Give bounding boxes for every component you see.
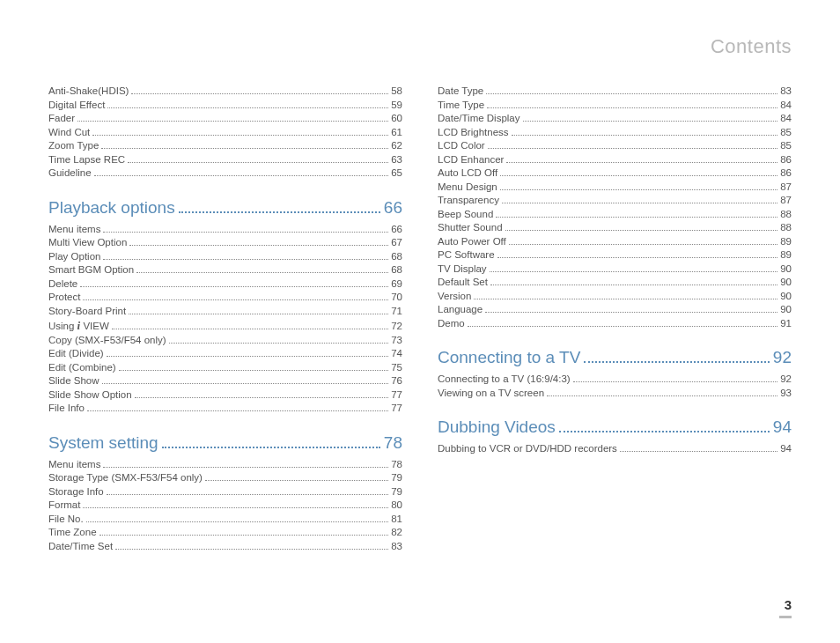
toc-entry[interactable]: Multi View Option67 xyxy=(48,236,402,250)
toc-section-page: 78 xyxy=(384,433,402,453)
toc-entry-page: 94 xyxy=(780,442,792,456)
toc-entry[interactable]: Edit (Combine)75 xyxy=(48,361,402,375)
toc-entry-page: 59 xyxy=(391,99,402,113)
toc-leader-dots xyxy=(129,245,388,246)
toc-entry[interactable]: File Info77 xyxy=(48,402,402,416)
toc-entry[interactable]: Slide Show76 xyxy=(48,374,402,388)
toc-entry-label: TV Display xyxy=(438,262,487,277)
toc-entry-page: 89 xyxy=(780,235,792,249)
toc-leader-dots xyxy=(83,299,388,300)
toc-entry[interactable]: Shutter Sound88 xyxy=(438,221,792,235)
toc-entry[interactable]: Auto LCD Off86 xyxy=(438,166,792,181)
toc-section-heading[interactable]: Dubbing Videos 94 xyxy=(438,418,792,437)
toc-section-label: System setting xyxy=(48,433,158,453)
toc-entry-label: Using i VIEW xyxy=(48,318,109,334)
toc-entry[interactable]: Transparency87 xyxy=(438,194,792,208)
toc-section-heading[interactable]: Playback options 66 xyxy=(48,198,402,218)
toc-entry[interactable]: Protect70 xyxy=(48,291,402,305)
toc-leader-dots xyxy=(547,395,777,396)
toc-leader-dots xyxy=(87,410,388,411)
toc-entry-page: 74 xyxy=(391,347,402,361)
toc-entry-page: 87 xyxy=(780,181,792,195)
toc-entry[interactable]: Storage Type (SMX-F53/F54 only)79 xyxy=(48,471,402,485)
toc-entry[interactable]: File No.81 xyxy=(48,513,402,527)
toc-entry[interactable]: Fader60 xyxy=(48,112,402,126)
toc-entry-page: 58 xyxy=(391,85,402,99)
toc-leader-dots xyxy=(468,326,778,327)
toc-entry[interactable]: Slide Show Option77 xyxy=(48,388,402,403)
toc-entry-page: 90 xyxy=(780,290,792,304)
toc-entry[interactable]: Menu Design87 xyxy=(438,181,792,195)
toc-entry[interactable]: LCD Brightness85 xyxy=(438,126,792,140)
toc-entry[interactable]: Format80 xyxy=(48,499,402,513)
toc-leader-dots xyxy=(103,232,388,233)
toc-entry[interactable]: Version90 xyxy=(438,290,792,304)
toc-entry[interactable]: Storage Info79 xyxy=(48,485,402,499)
toc-entry-page: 62 xyxy=(391,139,402,153)
toc-entry[interactable]: Delete69 xyxy=(48,277,402,292)
toc-entry[interactable]: Copy (SMX-F53/F54 only)73 xyxy=(48,334,402,348)
toc-entry[interactable]: Wind Cut61 xyxy=(48,126,402,140)
toc-leader-dots xyxy=(474,299,777,299)
toc-leader-dots xyxy=(80,286,388,287)
toc-leader-dots xyxy=(502,203,777,203)
toc-leader-dots xyxy=(205,480,388,481)
toc-leader-dots xyxy=(128,162,388,163)
toc-entry[interactable]: Date/Time Set83 xyxy=(48,540,402,554)
toc-entry[interactable]: Using i VIEW72 xyxy=(48,318,402,334)
toc-entry-page: 69 xyxy=(391,277,402,292)
toc-entry[interactable]: Time Type84 xyxy=(438,99,792,113)
page-number: 3 xyxy=(785,597,792,612)
toc-section-label: Playback options xyxy=(48,198,175,218)
toc-leader-dots xyxy=(486,93,777,94)
toc-entry[interactable]: Connecting to a TV (16:9/4:3)92 xyxy=(438,373,792,387)
toc-entry[interactable]: Menu items66 xyxy=(48,223,402,237)
toc-entry-page: 82 xyxy=(391,526,402,540)
toc-entry-label: Multi View Option xyxy=(48,236,127,250)
toc-entry-label: Edit (Divide) xyxy=(48,347,104,361)
toc-entry[interactable]: Anti-Shake(HDIS)58 xyxy=(48,85,402,99)
toc-entry[interactable]: Dubbing to VCR or DVD/HDD recorders94 xyxy=(438,442,792,456)
toc-entry[interactable]: Demo91 xyxy=(438,317,792,331)
toc-entry-page: 83 xyxy=(391,540,402,554)
toc-entry[interactable]: Story-Board Print71 xyxy=(48,305,402,319)
toc-entry[interactable]: Language90 xyxy=(438,303,792,317)
toc-entry-page: 79 xyxy=(391,485,402,499)
toc-leader-dots xyxy=(496,217,777,218)
toc-leader-dots xyxy=(92,135,388,136)
toc-entry[interactable]: Date/Time Display84 xyxy=(438,112,792,126)
left-column: Anti-Shake(HDIS)58Digital Effect59Fader6… xyxy=(48,85,402,553)
toc-entry-label: Time Type xyxy=(438,99,484,113)
toc-entry[interactable]: Time Zone82 xyxy=(48,526,402,540)
toc-section-heading[interactable]: Connecting to a TV 92 xyxy=(438,348,792,367)
toc-entry[interactable]: Beep Sound88 xyxy=(438,208,792,222)
toc-entry[interactable]: TV Display90 xyxy=(438,262,792,277)
toc-leader-dots xyxy=(86,521,389,522)
toc-entry[interactable]: Digital Effect59 xyxy=(48,99,402,113)
toc-entry[interactable]: Play Option68 xyxy=(48,250,402,264)
toc-entry[interactable]: Guideline65 xyxy=(48,166,402,181)
toc-leader-dots xyxy=(129,314,388,314)
toc-entry-label: Date/Time Display xyxy=(438,112,520,126)
toc-leader-dots xyxy=(512,135,778,136)
toc-entry[interactable]: Auto Power Off89 xyxy=(438,235,792,249)
toc-entry-label: Play Option xyxy=(48,250,100,264)
toc-entry[interactable]: Zoom Type62 xyxy=(48,139,402,153)
toc-entry[interactable]: Time Lapse REC63 xyxy=(48,153,402,167)
toc-leader-dots xyxy=(94,175,389,176)
toc-entry-page: 84 xyxy=(780,99,792,113)
toc-section-heading[interactable]: System setting 78 xyxy=(48,433,402,453)
toc-leader-dots xyxy=(77,121,388,122)
toc-entry-label: Beep Sound xyxy=(438,208,493,222)
toc-leader-dots xyxy=(620,451,777,452)
toc-entry[interactable]: Default Set90 xyxy=(438,276,792,290)
toc-entry[interactable]: Viewing on a TV screen93 xyxy=(438,387,792,401)
toc-entry[interactable]: Menu items78 xyxy=(48,458,402,472)
toc-entry[interactable]: Smart BGM Option68 xyxy=(48,263,402,277)
toc-entry[interactable]: Date Type83 xyxy=(438,85,792,99)
toc-entry[interactable]: LCD Color85 xyxy=(438,139,792,153)
toc-entry-page: 90 xyxy=(780,303,792,317)
toc-entry[interactable]: LCD Enhancer86 xyxy=(438,153,792,167)
toc-entry[interactable]: PC Software89 xyxy=(438,248,792,262)
toc-entry[interactable]: Edit (Divide)74 xyxy=(48,347,402,361)
